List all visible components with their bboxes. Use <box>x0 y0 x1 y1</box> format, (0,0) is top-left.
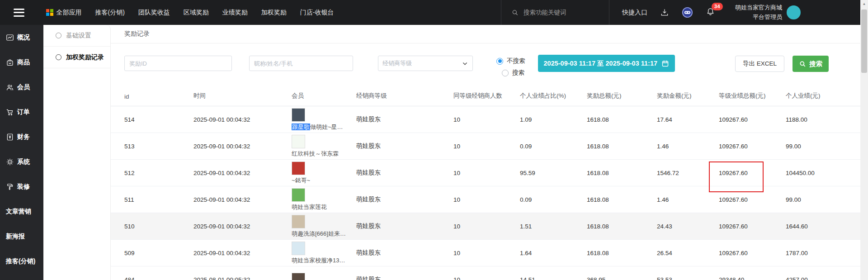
member-avatar[interactable] <box>292 215 305 228</box>
sidebar-item-label: 会员 <box>17 83 30 91</box>
search-mode-radios: 不搜索 搜索 <box>496 57 525 77</box>
cell-reward-total: 368.95 <box>587 266 657 280</box>
cell-time: 2025-09-01 00:04:32 <box>193 213 292 239</box>
calendar-icon <box>661 60 669 67</box>
export-excel-button[interactable]: 导出 EXCEL <box>735 56 784 72</box>
sidebar-item[interactable]: 概况 <box>0 25 43 50</box>
sidebar-item[interactable]: 文章营销 <box>0 199 43 224</box>
cell-reward-total: 1618.08 <box>587 160 657 186</box>
dealer-level-value: 经销商等级 <box>382 59 412 67</box>
date-range-button[interactable]: 2025-09-03 11:17 至 2025-09-03 11:17 <box>538 55 675 72</box>
cell-time: 2025-09-01 00:04:32 <box>193 186 292 213</box>
global-search[interactable] <box>501 0 609 25</box>
cell-personal-total: 1188.00 <box>786 106 860 133</box>
page-header: 奖励记录 <box>111 25 860 43</box>
overview-chart-icon <box>6 33 14 42</box>
search-icon <box>799 60 806 67</box>
member-avatar[interactable] <box>292 135 305 148</box>
quick-entry-link[interactable]: 快捷入口 <box>622 9 647 17</box>
radio-no-search[interactable]: 不搜索 <box>496 57 525 65</box>
cell-reward-amount: 53.53 <box>657 266 719 280</box>
radio-search-label: 搜索 <box>512 69 524 77</box>
cell-personal-total: 104450.00 <box>786 160 860 186</box>
cell-reward-amount: 17.64 <box>657 106 719 133</box>
notification-badge: 34 <box>712 3 723 10</box>
hamburger-menu-icon[interactable] <box>14 9 24 17</box>
cell-member <box>292 266 356 280</box>
radio-search[interactable]: 搜索 <box>502 69 525 77</box>
top-nav-item[interactable]: 业绩奖励 <box>222 9 248 17</box>
member-avatar[interactable] <box>292 161 305 175</box>
sidebar-item[interactable]: 会员 <box>0 75 43 100</box>
top-nav-item[interactable]: 加权奖励 <box>261 9 287 17</box>
download-icon[interactable] <box>660 8 669 17</box>
notifications-button[interactable]: 34 <box>706 7 715 18</box>
search-button[interactable]: 搜索 <box>793 56 829 72</box>
reward-id-input[interactable] <box>124 56 232 71</box>
goods-bag-icon <box>6 58 14 66</box>
cell-dealer-level: 萌娃股东 <box>356 213 453 239</box>
member-avatar[interactable] <box>292 273 305 280</box>
circle-icon <box>56 54 61 60</box>
cell-reward-amount: 1.46 <box>657 186 719 213</box>
user-avatar[interactable] <box>787 5 801 19</box>
scrollbar[interactable]: ▲ <box>860 0 868 280</box>
sidebar-item-label: 订单 <box>17 108 30 116</box>
dealer-level-select[interactable]: 经销商等级 <box>378 56 473 71</box>
sidebar-item[interactable]: 推客(分销) <box>0 249 43 274</box>
cell-level-total: 109267.60 <box>719 133 786 159</box>
cell-id: 513 <box>124 133 193 159</box>
top-nav-item[interactable]: 门店-收银台 <box>300 9 334 17</box>
cell-time: 2025-09-01 00:04:32 <box>193 133 292 159</box>
radio-selected-icon <box>496 58 503 65</box>
submenu-item[interactable]: 加权奖励记录 <box>43 47 110 68</box>
apps-grid-icon <box>46 9 53 16</box>
top-nav-item[interactable]: 区域奖励 <box>184 9 209 17</box>
scrollbar-thumb[interactable] <box>861 9 867 73</box>
top-nav-item[interactable]: 全部应用 <box>46 9 82 17</box>
sidebar-item-label: 装修 <box>17 183 30 191</box>
cell-peer-count: 10 <box>453 133 520 159</box>
sidebar-item-label: 商品 <box>17 58 30 66</box>
robot-assistant-icon[interactable] <box>681 6 693 19</box>
cell-dealer-level: 萌娃股东 <box>356 266 453 280</box>
cell-level-total: 29348.40 <box>719 266 786 280</box>
members-users-icon <box>6 83 14 91</box>
top-nav-item[interactable]: 团队奖收益 <box>138 9 170 17</box>
top-nav-item-label: 团队奖收益 <box>138 9 170 17</box>
cell-peer-count: 10 <box>453 240 520 266</box>
member-avatar[interactable] <box>292 188 305 202</box>
sidebar-item-label: 概况 <box>17 33 30 42</box>
cell-id: 514 <box>124 106 193 133</box>
circle-icon <box>56 33 61 38</box>
cell-level-total: 109267.60 <box>719 186 786 213</box>
member-avatar[interactable] <box>292 108 305 122</box>
nickname-input[interactable] <box>249 56 353 71</box>
sidebar-item[interactable]: 装修 <box>0 174 43 199</box>
store-name: 萌娃当家官方商城 <box>735 3 782 13</box>
orders-cart-icon <box>6 108 14 116</box>
finance-yen-icon <box>6 133 14 141</box>
selected-text: 跟星歌 <box>292 123 310 130</box>
table-row: 5122025-09-01 00:04:32~銘哥~萌娃股东1095.59161… <box>111 160 860 186</box>
cell-reward-amount: 26.54 <box>657 240 719 266</box>
table-row: 5092025-09-01 00:04:32萌娃当家校服净13…萌娃股东101.… <box>111 240 860 266</box>
global-search-input[interactable] <box>523 9 599 16</box>
member-avatar[interactable] <box>292 242 305 255</box>
top-nav-item[interactable]: 推客(分销) <box>95 9 125 17</box>
sidebar-item[interactable]: 订单 <box>0 100 43 124</box>
radio-unselected-icon <box>502 70 509 76</box>
sidebar-item[interactable]: 商品 <box>0 50 43 75</box>
cell-reward-amount: 1.46 <box>657 133 719 159</box>
cell-personal-ratio: 1.64 <box>520 240 587 266</box>
member-name: 萌娃当家莲花 <box>292 203 327 211</box>
submenu-item[interactable]: 基础设置 <box>43 25 110 47</box>
sidebar-item[interactable]: 财务 <box>0 124 43 149</box>
account-info[interactable]: 萌娃当家官方商城 平台管理员 <box>735 3 782 22</box>
filter-bar: 经销商等级 不搜索 搜索 2025-09-03 11:17 至 2025-09-… <box>111 43 860 77</box>
sidebar-item[interactable]: 系统 <box>0 149 43 174</box>
table-body: 5142025-09-01 00:04:32跟星歌做萌娃~星…萌娃股东101.0… <box>111 106 860 280</box>
sidebar-item[interactable]: 新海报 <box>0 224 43 249</box>
cell-peer-count: 10 <box>453 266 520 280</box>
scroll-up-arrow[interactable]: ▲ <box>860 0 868 8</box>
